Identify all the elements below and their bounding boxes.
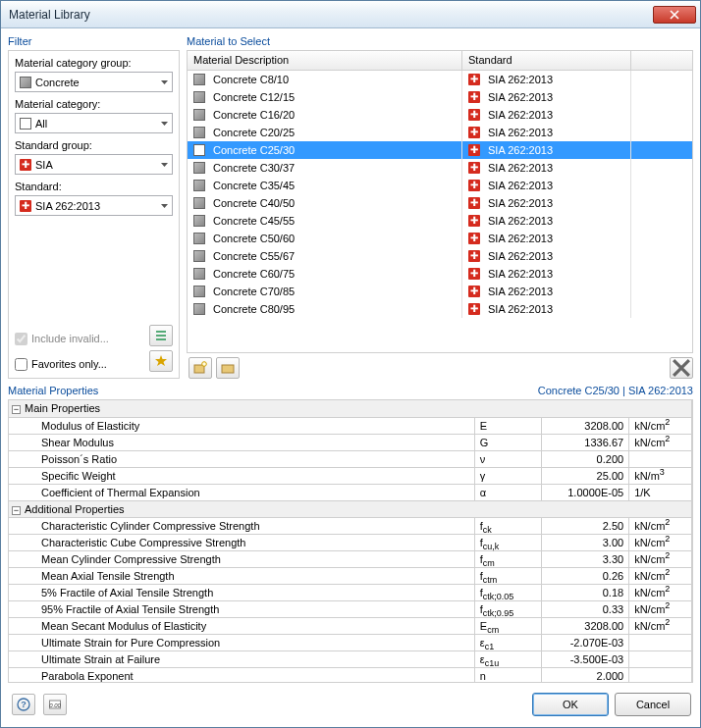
star-icon	[154, 354, 168, 368]
props-title: Material Properties	[8, 385, 98, 396]
property-row: Specific Weightγ25.00kN/m3	[9, 467, 692, 484]
favorites-only-checkbox[interactable]	[15, 358, 27, 371]
cell-description: Concrete C80/95	[188, 300, 462, 318]
grid-body[interactable]: Concrete C8/10SIA 262:2013Concrete C12/1…	[188, 71, 692, 352]
table-row[interactable]: Concrete C16/20SIA 262:2013	[188, 106, 692, 124]
check-favorites-only[interactable]: Favorites only...	[15, 358, 107, 371]
cell-description: Concrete C55/67	[188, 247, 462, 265]
cell-standard: SIA 262:2013	[462, 71, 631, 88]
top-split: Filter Material category group: Concrete…	[8, 35, 693, 379]
material-icon	[193, 109, 205, 121]
chevron-down-icon	[161, 163, 168, 167]
cell-standard: SIA 262:2013	[462, 283, 631, 300]
edit-material-button[interactable]	[216, 357, 240, 379]
cell-description: Concrete C50/60	[188, 230, 462, 247]
concrete-icon	[20, 77, 31, 88]
property-row: Characteristic Cylinder Compressive Stre…	[9, 517, 692, 534]
table-row[interactable]: Concrete C70/85SIA 262:2013	[188, 283, 692, 300]
combo-category-value: All	[35, 118, 47, 130]
material-grid: Material Description Standard Concrete C…	[187, 50, 693, 353]
table-row[interactable]: Concrete C35/45SIA 262:2013	[188, 177, 692, 194]
help-button[interactable]: ?	[12, 694, 35, 715]
combo-standard-group[interactable]: SIA	[15, 154, 173, 175]
cell-standard: SIA 262:2013	[462, 247, 631, 265]
flag-ch-icon	[468, 109, 480, 121]
material-properties-panel: Material Properties Concrete C25/30 | SI…	[8, 385, 693, 683]
cell-description: Concrete C30/37	[188, 159, 462, 177]
filter-bottom-tools: Include invalid... Favorites only...	[15, 325, 173, 372]
property-row: Ultimate Strain at Failureεc1u-3.500E-03	[9, 650, 692, 667]
flag-ch-icon	[468, 74, 480, 85]
all-icon	[20, 118, 31, 130]
svg-rect-0	[156, 331, 166, 333]
property-row: Modulus of ElasticityE3208.00kN/cm2	[9, 417, 692, 434]
units-button[interactable]: 0.00	[43, 694, 67, 715]
grid-header: Material Description Standard	[188, 51, 692, 71]
table-row[interactable]: Concrete C50/60SIA 262:2013	[188, 230, 692, 247]
cell-standard: SIA 262:2013	[462, 194, 631, 212]
svg-text:?: ?	[21, 700, 27, 709]
filter-tool-1[interactable]	[149, 325, 173, 346]
material-icon	[193, 197, 205, 209]
delete-icon	[671, 357, 692, 379]
cell-description: Concrete C12/15	[188, 88, 462, 106]
col-header-standard[interactable]: Standard	[462, 51, 631, 70]
dialog-buttons: ? 0.00 OK Cancel	[8, 689, 693, 720]
cell-description: Concrete C70/85	[188, 283, 462, 300]
content-area: Filter Material category group: Concrete…	[1, 28, 700, 727]
property-row: Coefficient of Thermal Expansionα1.0000E…	[9, 484, 692, 500]
material-icon	[193, 286, 205, 297]
table-row[interactable]: Concrete C8/10SIA 262:2013	[188, 71, 692, 88]
include-invalid-checkbox[interactable]	[15, 333, 27, 345]
table-row[interactable]: Concrete C25/30SIA 262:2013	[188, 141, 692, 159]
combo-category-group-value: Concrete	[35, 77, 80, 88]
label-standard: Standard:	[15, 181, 173, 192]
combo-standard[interactable]: SIA 262:2013	[15, 195, 173, 216]
list-icon	[154, 329, 168, 342]
cell-standard: SIA 262:2013	[462, 141, 631, 159]
check-include-invalid[interactable]: Include invalid...	[15, 333, 109, 345]
svg-rect-2	[156, 338, 166, 340]
table-row[interactable]: Concrete C80/95SIA 262:2013	[188, 300, 692, 318]
filter-panel: Filter Material category group: Concrete…	[8, 35, 180, 379]
table-row[interactable]: Concrete C20/25SIA 262:2013	[188, 124, 692, 141]
property-row: Parabola Exponentn2.000	[9, 667, 692, 682]
table-row[interactable]: Concrete C40/50SIA 262:2013	[188, 194, 692, 212]
chevron-down-icon	[161, 122, 168, 126]
cell-standard: SIA 262:2013	[462, 212, 631, 230]
delete-material-button[interactable]	[670, 357, 693, 379]
property-row: Ultimate Strain for Pure Compressionεc1-…	[9, 634, 692, 650]
property-row: Shear ModulusG1336.67kN/cm2	[9, 434, 692, 450]
material-icon	[193, 127, 205, 138]
table-row[interactable]: Concrete C45/55SIA 262:2013	[188, 212, 692, 230]
flag-ch-icon	[468, 303, 480, 315]
combo-category[interactable]: All	[15, 113, 173, 133]
cell-standard: SIA 262:2013	[462, 106, 631, 124]
close-button[interactable]	[653, 6, 696, 24]
filter-tool-2[interactable]	[149, 350, 173, 372]
property-row: 95% Fractile of Axial Tensile Strengthfc…	[9, 600, 692, 617]
new-material-button[interactable]	[189, 357, 212, 379]
cell-standard: SIA 262:2013	[462, 159, 631, 177]
cell-description: Concrete C45/55	[188, 212, 462, 230]
cancel-button[interactable]: Cancel	[615, 693, 691, 716]
help-icon: ?	[17, 698, 30, 711]
material-icon	[193, 215, 205, 227]
cell-description: Concrete C25/30	[188, 141, 462, 159]
material-icon	[193, 303, 205, 315]
material-icon	[193, 250, 205, 262]
col-header-description[interactable]: Material Description	[188, 51, 462, 70]
table-row[interactable]: Concrete C30/37SIA 262:2013	[188, 159, 692, 177]
cell-description: Concrete C20/25	[188, 124, 462, 141]
table-row[interactable]: Concrete C60/75SIA 262:2013	[188, 265, 692, 283]
properties-scroll[interactable]: −Main PropertiesModulus of ElasticityE32…	[9, 400, 692, 682]
ok-button[interactable]: OK	[532, 693, 609, 716]
combo-category-group[interactable]: Concrete	[15, 72, 173, 92]
material-library-window: Material Library Filter Material categor…	[0, 0, 701, 728]
property-row: 5% Fractile of Axial Tensile Strengthfct…	[9, 584, 692, 600]
table-row[interactable]: Concrete C12/15SIA 262:2013	[188, 88, 692, 106]
flag-ch-icon	[468, 268, 480, 280]
table-row[interactable]: Concrete C55/67SIA 262:2013	[188, 247, 692, 265]
cell-description: Concrete C16/20	[188, 106, 462, 124]
close-icon	[670, 10, 679, 20]
